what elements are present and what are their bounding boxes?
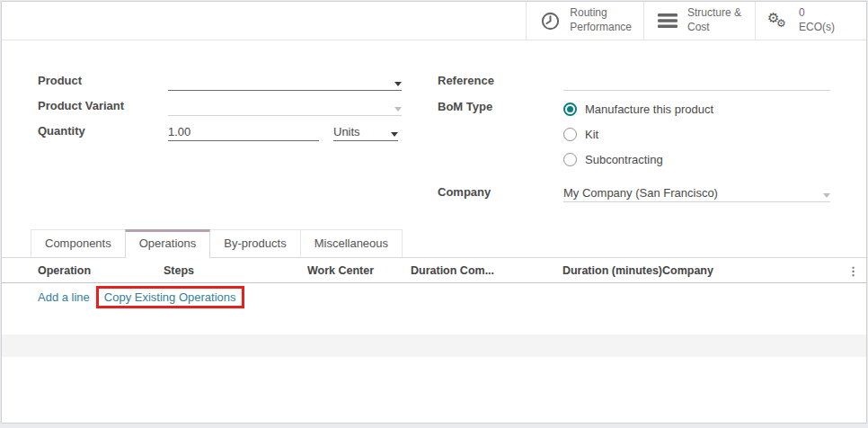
tab-components[interactable]: Components	[31, 229, 126, 257]
product-row: Product	[38, 66, 402, 91]
bom-type-row: BoM Type Manufacture this product Kit Su…	[438, 96, 830, 172]
operations-add-row: Add a line Copy Existing Operations	[2, 283, 866, 310]
statusbar: Routing Performance Structure & Cost ⚙⚙ …	[2, 2, 866, 40]
empty-row	[2, 310, 866, 334]
reference-field[interactable]	[563, 72, 830, 91]
radio-unselected-icon[interactable]	[563, 153, 577, 166]
col-duration-computation[interactable]: Duration Com...	[411, 264, 514, 277]
empty-row	[2, 334, 866, 357]
copy-existing-operations-link[interactable]: Copy Existing Operations	[104, 290, 236, 304]
notebook-tabs: Components Operations By-products Miscel…	[2, 229, 866, 258]
eco-button[interactable]: ⚙⚙ 0 ECO(s)	[755, 2, 866, 40]
quantity-field[interactable]: 1.00	[168, 122, 319, 141]
radio-selected-icon[interactable]	[563, 103, 577, 116]
eco-label: 0 ECO(s)	[799, 6, 835, 34]
company-row: Company My Company (San Francisco)	[438, 177, 830, 202]
add-a-line-link[interactable]: Add a line	[38, 290, 90, 304]
tab-by-products[interactable]: By-products	[209, 229, 300, 257]
radio-subcontracting[interactable]: Subcontracting	[563, 147, 830, 172]
col-duration-minutes[interactable]: Duration (minutes)	[514, 264, 662, 277]
col-steps[interactable]: Steps	[164, 264, 307, 277]
bom-form: Product Product Variant Quantity 1.00	[2, 40, 866, 202]
gears-icon: ⚙⚙	[767, 9, 791, 32]
structure-cost-label: Structure & Cost	[687, 6, 741, 34]
reference-row: Reference	[438, 66, 830, 91]
chevron-down-icon[interactable]	[391, 132, 398, 137]
bars-icon	[656, 12, 679, 30]
kebab-menu-icon[interactable]: ⋮	[836, 265, 859, 277]
company-field: My Company (San Francisco)	[563, 183, 830, 202]
col-company[interactable]: Company	[662, 264, 836, 277]
product-variant-field	[168, 97, 402, 116]
eco-count: 0	[799, 6, 805, 19]
radio-kit[interactable]: Kit	[563, 121, 830, 147]
chevron-down-icon[interactable]	[394, 82, 402, 86]
quantity-row: Quantity 1.00 Units	[38, 116, 402, 141]
chevron-down-icon	[394, 107, 402, 111]
product-field[interactable]	[168, 72, 402, 91]
routing-performance-button[interactable]: Routing Performance	[526, 2, 643, 40]
bom-form-sheet: Routing Performance Structure & Cost ⚙⚙ …	[1, 1, 867, 424]
routing-performance-label: Routing Performance	[570, 6, 632, 34]
col-work-center[interactable]: Work Center	[307, 264, 411, 277]
product-label: Product	[38, 74, 168, 91]
product-variant-label: Product Variant	[38, 99, 168, 116]
tab-miscellaneous[interactable]: Miscellaneous	[300, 229, 403, 257]
tab-operations[interactable]: Operations	[125, 229, 211, 258]
annotation-highlight-box: Copy Existing Operations	[96, 286, 244, 308]
chevron-down-icon	[823, 193, 830, 198]
operations-table-header: Operation Steps Work Center Duration Com…	[2, 258, 866, 283]
col-operation[interactable]: Operation	[38, 264, 164, 277]
reference-label: Reference	[438, 74, 563, 91]
uom-field[interactable]: Units	[333, 122, 398, 141]
radio-unselected-icon[interactable]	[563, 128, 577, 141]
clock-icon	[538, 11, 562, 31]
structure-cost-button[interactable]: Structure & Cost	[643, 2, 755, 40]
company-label: Company	[438, 185, 563, 202]
radio-manufacture[interactable]: Manufacture this product	[563, 96, 830, 121]
quantity-label: Quantity	[38, 124, 168, 141]
product-variant-row: Product Variant	[38, 91, 402, 116]
bom-type-label: BoM Type	[438, 96, 563, 117]
